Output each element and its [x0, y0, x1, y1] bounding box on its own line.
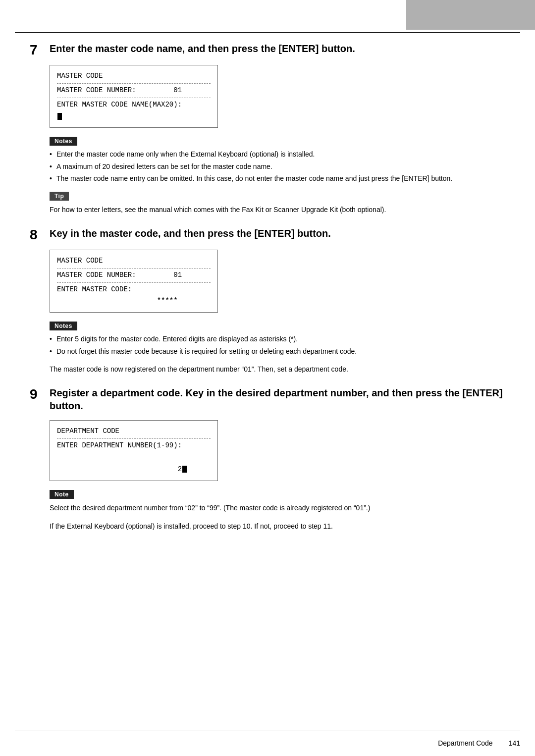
step-7-tip-badge: Tip — [50, 192, 69, 201]
step-7-lcd-line2: MASTER CODE NUMBER: 01 — [57, 85, 211, 98]
step-7-notes-list: Enter the master code name only when the… — [50, 150, 505, 184]
step-9-note-section: Note Select the desired department numbe… — [50, 490, 505, 513]
section-9: 9 Register a department code. Key in the… — [30, 386, 505, 531]
step-9-body: If the External Keyboard (optional) is i… — [50, 521, 505, 532]
step-7-number: 7 — [30, 43, 48, 57]
step-8-lcd: MASTER CODE MASTER CODE NUMBER: 01 ENTER… — [50, 250, 218, 313]
footer: Department Code 141 — [15, 739, 520, 747]
section-7: 7 Enter the master code name, and then p… — [30, 42, 505, 215]
step-9-title: Register a department code. Key in the d… — [50, 386, 505, 412]
footer-label: Department Code — [438, 739, 493, 747]
footer-page: 141 — [509, 739, 520, 747]
step-7-tip-section: Tip For how to enter letters, see the ma… — [50, 192, 505, 215]
step-7-lcd-line4 — [57, 110, 211, 122]
step-9-lcd-line2: ENTER DEPARTMENT NUMBER(1-99): — [57, 440, 211, 452]
step-9-header: 9 Register a department code. Key in the… — [30, 386, 505, 412]
step-7-note-3: The master code name entry can be omitte… — [50, 174, 505, 184]
step-7-notes-badge: Notes — [50, 137, 77, 146]
top-rule — [15, 32, 520, 33]
step-8-body: The master code is now registered on the… — [50, 364, 505, 375]
step-8-notes-list: Enter 5 digits for the master code. Ente… — [50, 334, 505, 356]
step-9-lcd: DEPARTMENT CODE ENTER DEPARTMENT NUMBER(… — [50, 420, 218, 481]
step-7-title: Enter the master code name, and then pre… — [50, 42, 355, 55]
step-8-note-1: Enter 5 digits for the master code. Ente… — [50, 334, 505, 344]
step-8-note-2: Do not forget this master code because i… — [50, 347, 505, 357]
step-8-header: 8 Key in the master code, and then press… — [30, 227, 505, 242]
section-8: 8 Key in the master code, and then press… — [30, 227, 505, 375]
step-7-notes-section: Notes Enter the master code name only wh… — [50, 137, 505, 184]
step-9-lcd-line4: 2 — [57, 464, 211, 476]
step-9-note-text: Select the desired department number fro… — [50, 503, 505, 513]
step-7-lcd: MASTER CODE MASTER CODE NUMBER: 01 ENTER… — [50, 65, 218, 128]
step-8-lcd-line4: ***** — [57, 295, 211, 307]
step-8-lcd-line1: MASTER CODE — [57, 255, 211, 269]
step-7-lcd-line1: MASTER CODE — [57, 70, 211, 84]
step-8-lcd-line2: MASTER CODE NUMBER: 01 — [57, 270, 211, 283]
step-7-cursor — [57, 113, 62, 120]
step-8-lcd-line3: ENTER MASTER CODE: — [57, 284, 211, 296]
step-9-lcd-line1: DEPARTMENT CODE — [57, 426, 211, 439]
step-7-tip-text: For how to enter letters, see the manual… — [50, 205, 505, 215]
step-7-note-1: Enter the master code name only when the… — [50, 150, 505, 160]
bottom-rule — [15, 731, 520, 731]
main-content: 7 Enter the master code name, and then p… — [30, 37, 505, 726]
step-7-header: 7 Enter the master code name, and then p… — [30, 42, 505, 57]
top-bar-decoration — [406, 0, 535, 30]
step-8-title: Key in the master code, and then press t… — [50, 227, 331, 240]
step-7-note-2: A maximum of 20 desired letters can be s… — [50, 162, 505, 172]
step-9-note-badge: Note — [50, 490, 74, 499]
step-8-notes-section: Notes Enter 5 digits for the master code… — [50, 322, 505, 356]
step-8-number: 8 — [30, 228, 48, 242]
page-container: 7 Enter the master code name, and then p… — [0, 0, 535, 756]
step-9-lcd-line3 — [57, 452, 211, 464]
step-8-notes-badge: Notes — [50, 322, 77, 330]
step-9-number: 9 — [30, 387, 48, 401]
step-7-lcd-line3: ENTER MASTER CODE NAME(MAX20): — [57, 99, 211, 111]
step-9-cursor — [182, 466, 187, 473]
